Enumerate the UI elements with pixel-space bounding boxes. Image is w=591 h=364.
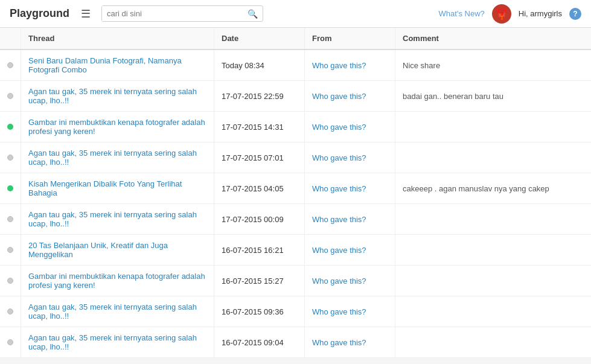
row-from-cell: Who gave this? <box>305 235 395 266</box>
who-gave-link[interactable]: Who gave this? <box>312 92 366 101</box>
row-from-cell: Who gave this? <box>305 49 395 81</box>
row-date-cell: 17-07-2015 00:09 <box>214 204 305 235</box>
thread-link[interactable]: Kisah Mengerikan Dibalik Foto Yang Terli… <box>28 179 182 197</box>
threads-table: Thread Date From Comment Seni Baru Dalam… <box>0 28 591 358</box>
row-date-cell: 16-07-2015 09:04 <box>214 327 305 358</box>
row-thread-cell: Kisah Mengerikan Dibalik Foto Yang Terli… <box>21 173 214 204</box>
row-comment-cell <box>395 327 592 358</box>
who-gave-link[interactable]: Who gave this? <box>312 307 366 316</box>
row-indicator-cell <box>0 112 21 142</box>
col-header-from: From <box>305 28 395 49</box>
row-comment-cell <box>395 204 592 235</box>
who-gave-link[interactable]: Who gave this? <box>312 184 366 193</box>
indicator-dot <box>7 308 13 315</box>
row-thread-cell: Gambar ini membuktikan kenapa fotografer… <box>21 112 214 142</box>
row-date-cell: 16-07-2015 15:27 <box>214 266 305 296</box>
row-from-cell: Who gave this? <box>305 204 395 235</box>
row-from-cell: Who gave this? <box>305 327 395 358</box>
thread-link[interactable]: Agan tau gak, 35 merek ini ternyata seri… <box>28 302 197 321</box>
row-date-cell: 17-07-2015 22:59 <box>214 81 305 112</box>
thread-link[interactable]: Agan tau gak, 35 merek ini ternyata seri… <box>28 148 197 167</box>
comment-text: Nice share <box>403 61 440 70</box>
row-thread-cell: Agan tau gak, 35 merek ini ternyata seri… <box>21 327 214 358</box>
row-from-cell: Who gave this? <box>305 112 395 142</box>
search-container: 🔍 <box>101 5 263 22</box>
avatar: 🦞 <box>492 4 511 24</box>
table-row: Agan tau gak, 35 merek ini ternyata seri… <box>0 81 591 112</box>
search-input[interactable] <box>102 6 243 21</box>
who-gave-link[interactable]: Who gave this? <box>312 61 366 70</box>
table-row: Agan tau gak, 35 merek ini ternyata seri… <box>0 327 591 358</box>
search-button[interactable]: 🔍 <box>243 7 263 21</box>
thread-link[interactable]: Seni Baru Dalam Dunia Fotografi, Namanya… <box>28 56 182 74</box>
thread-link[interactable]: Gambar ini membuktikan kenapa fotografer… <box>28 272 205 290</box>
row-indicator-cell <box>0 235 21 266</box>
table-row: Agan tau gak, 35 merek ini ternyata seri… <box>0 296 591 327</box>
row-comment-cell <box>395 296 592 327</box>
whats-new-link[interactable]: What's New? <box>439 9 485 18</box>
row-indicator-cell <box>0 81 21 112</box>
row-indicator-cell <box>0 266 21 296</box>
table-row: Gambar ini membuktikan kenapa fotografer… <box>0 266 591 296</box>
row-indicator-cell <box>0 49 21 81</box>
row-indicator-cell <box>0 173 21 204</box>
row-date-cell: 17-07-2015 04:05 <box>214 173 305 204</box>
main-table-container: Thread Date From Comment Seni Baru Dalam… <box>0 28 591 358</box>
indicator-dot <box>7 339 13 345</box>
row-comment-cell <box>395 142 592 173</box>
row-thread-cell: 20 Tas Belanjaan Unik, Kreatif dan Juga … <box>21 235 214 266</box>
row-comment-cell <box>395 266 592 296</box>
row-date-cell: 16-07-2015 16:21 <box>214 235 305 266</box>
indicator-dot <box>7 216 13 222</box>
table-row: Seni Baru Dalam Dunia Fotografi, Namanya… <box>0 49 591 81</box>
who-gave-link[interactable]: Who gave this? <box>312 276 366 286</box>
indicator-dot <box>7 278 13 284</box>
indicator-dot <box>7 185 13 191</box>
who-gave-link[interactable]: Who gave this? <box>312 123 366 132</box>
row-date-cell: 16-07-2015 09:36 <box>214 296 305 327</box>
row-indicator-cell <box>0 142 21 173</box>
thread-link[interactable]: Gambar ini membuktikan kenapa fotografer… <box>28 118 205 136</box>
menu-icon[interactable]: ☰ <box>77 5 94 23</box>
row-thread-cell: Agan tau gak, 35 merek ini ternyata seri… <box>21 81 214 112</box>
table-row: Agan tau gak, 35 merek ini ternyata seri… <box>0 204 591 235</box>
row-date-cell: Today 08:34 <box>214 49 305 81</box>
table-row: Agan tau gak, 35 merek ini ternyata seri… <box>0 142 591 173</box>
col-header-indicator <box>0 28 21 49</box>
who-gave-link[interactable]: Who gave this? <box>312 153 366 162</box>
table-row: Gambar ini membuktikan kenapa fotografer… <box>0 112 591 142</box>
row-from-cell: Who gave this? <box>305 142 395 173</box>
row-indicator-cell <box>0 296 21 327</box>
who-gave-link[interactable]: Who gave this? <box>312 246 366 255</box>
col-header-comment: Comment <box>395 28 592 49</box>
thread-link[interactable]: Agan tau gak, 35 merek ini ternyata seri… <box>28 333 197 351</box>
col-header-thread: Thread <box>21 28 214 49</box>
row-from-cell: Who gave this? <box>305 81 395 112</box>
indicator-dot <box>7 93 13 99</box>
thread-link[interactable]: Agan tau gak, 35 merek ini ternyata seri… <box>28 87 197 105</box>
row-thread-cell: Agan tau gak, 35 merek ini ternyata seri… <box>21 296 214 327</box>
row-comment-cell: Nice share <box>395 49 592 81</box>
who-gave-link[interactable]: Who gave this? <box>312 338 366 347</box>
user-greeting: Hi, armygirls <box>519 9 562 18</box>
help-icon[interactable]: ? <box>569 8 581 20</box>
row-from-cell: Who gave this? <box>305 296 395 327</box>
row-thread-cell: Gambar ini membuktikan kenapa fotografer… <box>21 266 214 296</box>
row-indicator-cell <box>0 327 21 358</box>
indicator-dot <box>7 62 13 68</box>
row-date-cell: 17-07-2015 14:31 <box>214 112 305 142</box>
row-from-cell: Who gave this? <box>305 173 395 204</box>
row-thread-cell: Agan tau gak, 35 merek ini ternyata seri… <box>21 204 214 235</box>
table-header-row: Thread Date From Comment <box>0 28 591 49</box>
comment-text: cakeeep . agan manuslav nya yang cakep <box>403 184 549 193</box>
avatar-image: 🦞 <box>495 7 508 21</box>
thread-link[interactable]: Agan tau gak, 35 merek ini ternyata seri… <box>28 210 197 228</box>
indicator-dot <box>7 155 13 161</box>
row-comment-cell <box>395 112 592 142</box>
row-comment-cell <box>395 235 592 266</box>
table-row: 20 Tas Belanjaan Unik, Kreatif dan Juga … <box>0 235 591 266</box>
row-thread-cell: Agan tau gak, 35 merek ini ternyata seri… <box>21 142 214 173</box>
who-gave-link[interactable]: Who gave this? <box>312 215 366 224</box>
thread-link[interactable]: 20 Tas Belanjaan Unik, Kreatif dan Juga … <box>28 241 168 259</box>
row-comment-cell: badai gan.. beneran baru tau <box>395 81 592 112</box>
